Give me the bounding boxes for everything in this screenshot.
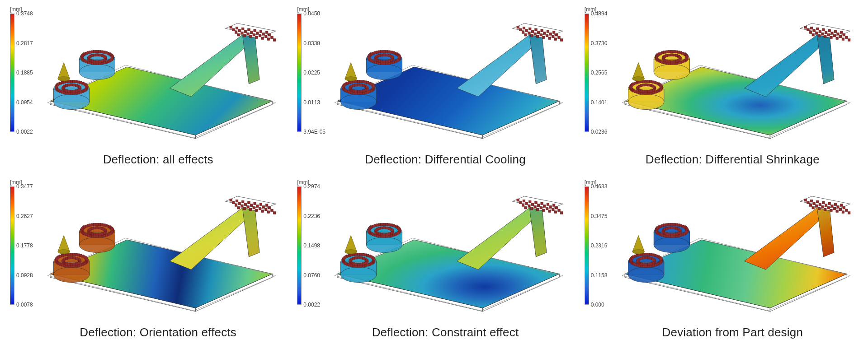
svg-rect-799 — [360, 253, 363, 256]
svg-rect-980 — [642, 263, 645, 266]
scale-tick: 3.94E-05 — [303, 129, 326, 135]
svg-rect-846 — [840, 204, 843, 207]
scale-tick: 0.1885 — [16, 70, 33, 76]
svg-rect-902 — [673, 223, 675, 226]
svg-rect-761 — [386, 227, 388, 229]
svg-rect-965 — [647, 253, 650, 256]
svg-rect-346 — [828, 29, 830, 32]
svg-point-601 — [53, 267, 89, 283]
svg-rect-844 — [828, 202, 830, 205]
svg-rect-750 — [383, 233, 386, 236]
svg-rect-692 — [546, 207, 549, 210]
svg-rect-158 — [67, 84, 70, 86]
scale-tick: 0.1158 — [591, 272, 608, 279]
svg-rect-988 — [642, 256, 645, 259]
svg-rect-199 — [537, 35, 539, 38]
svg-rect-678 — [541, 202, 543, 205]
svg-rect-697 — [537, 208, 539, 211]
svg-rect-858 — [833, 207, 836, 210]
svg-rect-427 — [668, 54, 670, 56]
svg-point-165 — [58, 77, 70, 81]
svg-rect-348 — [840, 31, 843, 34]
svg-rect-364 — [818, 34, 821, 37]
svg-rect-701 — [561, 212, 563, 214]
svg-rect-824 — [360, 256, 363, 259]
svg-rect-27 — [253, 33, 255, 36]
plot-area: [mm]0.37480.28170.18850.09540.0022 — [10, 4, 284, 150]
svg-rect-475 — [660, 85, 663, 88]
svg-rect-192 — [534, 33, 537, 35]
svg-rect-850 — [825, 204, 827, 207]
svg-rect-482 — [642, 90, 645, 93]
svg-rect-849 — [819, 203, 821, 206]
svg-rect-689 — [528, 205, 531, 208]
svg-rect-361 — [839, 35, 842, 38]
svg-rect-854 — [809, 204, 812, 207]
svg-rect-21 — [256, 32, 259, 35]
svg-rect-84 — [101, 60, 104, 62]
svg-rect-813 — [358, 263, 360, 266]
svg-rect-527 — [264, 208, 267, 211]
svg-point-663 — [58, 250, 70, 254]
svg-rect-356 — [809, 31, 812, 34]
svg-rect-598 — [104, 229, 107, 232]
svg-marker-828 — [345, 236, 357, 252]
svg-rect-910 — [685, 228, 688, 231]
svg-rect-352 — [825, 31, 827, 34]
svg-rect-749 — [386, 233, 388, 236]
svg-rect-585 — [93, 233, 96, 236]
svg-rect-680 — [553, 204, 556, 207]
svg-marker-503 — [195, 274, 272, 311]
svg-rect-147 — [75, 90, 78, 93]
svg-rect-855 — [815, 205, 818, 208]
svg-rect-683 — [531, 203, 534, 206]
svg-rect-200 — [542, 36, 545, 39]
svg-rect-699 — [548, 210, 551, 213]
panel-caption: Deflection: Orientation effects — [5, 323, 284, 340]
svg-rect-177 — [523, 27, 525, 29]
svg-marker-838 — [817, 208, 834, 257]
svg-rect-691 — [540, 206, 542, 209]
svg-rect-416 — [675, 60, 678, 62]
svg-rect-176 — [517, 26, 519, 28]
scale-tick: 0.1778 — [16, 242, 33, 249]
svg-rect-864 — [830, 209, 832, 212]
svg-rect-342 — [804, 26, 807, 28]
svg-rect-235 — [378, 51, 381, 53]
svg-rect-133 — [68, 80, 71, 83]
svg-rect-821 — [353, 257, 355, 260]
svg-rect-860 — [845, 209, 848, 212]
svg-rect-193 — [540, 33, 542, 36]
svg-rect-847 — [807, 201, 809, 204]
svg-rect-594 — [96, 227, 99, 229]
svg-point-933 — [628, 267, 664, 283]
svg-rect-365 — [824, 35, 826, 38]
svg-rect-368 — [842, 38, 844, 41]
scale-bar — [585, 186, 589, 305]
plot-area: [mm]0.46330.34750.23160.11580.000 — [585, 177, 859, 323]
plot-area: [mm]0.04500.03380.02250.01133.94E-05 — [297, 4, 571, 150]
svg-marker-496 — [632, 63, 644, 79]
svg-point-704 — [367, 237, 402, 252]
svg-rect-401 — [665, 51, 668, 53]
svg-rect-532 — [255, 209, 258, 212]
svg-rect-350 — [812, 29, 815, 32]
svg-rect-31 — [237, 33, 240, 36]
simulation-panel: [mm]0.34770.26270.17780.09280.0078 — [5, 177, 284, 340]
svg-rect-150 — [67, 90, 70, 93]
svg-rect-509 — [236, 200, 238, 202]
svg-rect-735 — [383, 223, 386, 226]
svg-rect-186 — [538, 31, 540, 34]
svg-rect-593 — [93, 227, 96, 229]
svg-rect-149 — [70, 90, 73, 93]
svg-rect-360 — [833, 34, 836, 37]
svg-point-497 — [632, 77, 644, 81]
svg-rect-159 — [70, 84, 73, 86]
simulation-render — [42, 178, 281, 318]
svg-rect-687 — [555, 206, 558, 209]
svg-rect-993 — [653, 259, 656, 261]
svg-rect-324 — [355, 84, 358, 86]
svg-rect-349 — [807, 28, 809, 31]
scale-tick: 0.0954 — [16, 99, 33, 106]
panel-caption: Deflection: Differential Cooling — [292, 150, 571, 167]
